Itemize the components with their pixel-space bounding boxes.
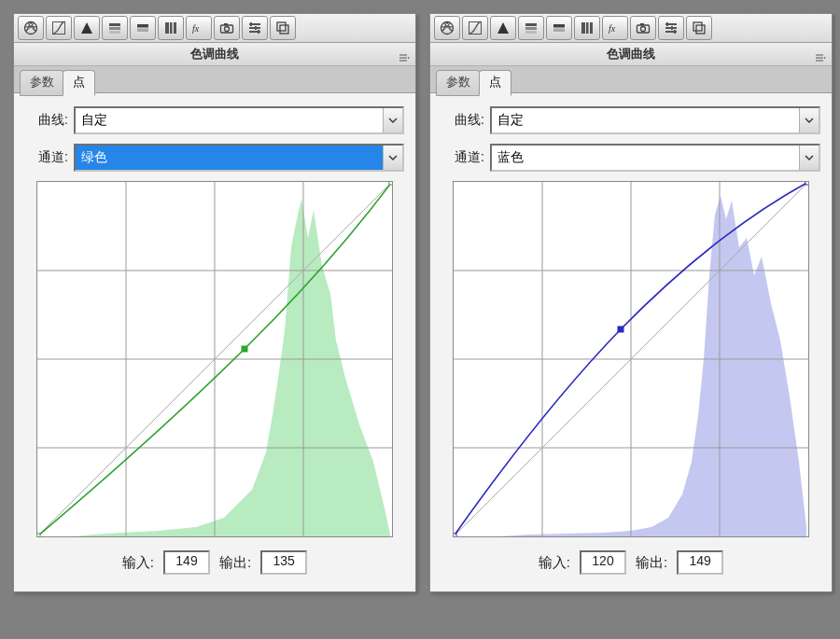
curve-chart-svg: [37, 182, 392, 536]
svg-rect-18: [255, 26, 257, 30]
svg-rect-40: [586, 22, 589, 34]
aperture-tool-icon[interactable]: [18, 16, 44, 40]
svg-rect-4: [109, 31, 120, 34]
panel-title-text: 色调曲线: [607, 47, 655, 61]
panel-body: 曲线: 自定 通道: 蓝色: [430, 93, 832, 591]
svg-text:fx: fx: [609, 23, 616, 34]
tab-parametric[interactable]: 参数: [20, 70, 64, 96]
tab-parametric[interactable]: 参数: [436, 70, 481, 96]
tab-point[interactable]: 点: [63, 70, 95, 96]
snapshots-tool-icon[interactable]: [686, 16, 712, 40]
io-row: 输入: 149 输出: 135: [25, 550, 404, 575]
svg-rect-39: [581, 22, 585, 34]
chevron-down-icon: [383, 108, 402, 132]
io-row: 输入: 120 输出: 149: [441, 550, 820, 575]
curve-dropdown-value: 自定: [81, 112, 107, 129]
svg-rect-30: [389, 182, 392, 185]
svg-rect-2: [109, 23, 120, 26]
svg-rect-29: [37, 534, 40, 536]
svg-rect-49: [666, 22, 668, 26]
camera-cal-tool-icon[interactable]: [214, 16, 240, 40]
output-label: 输出:: [636, 554, 667, 572]
aperture-tool-icon[interactable]: [434, 16, 460, 40]
panel-title-text: 色调曲线: [190, 47, 239, 61]
channel-dropdown[interactable]: 绿色: [74, 144, 404, 172]
svg-rect-35: [525, 27, 537, 30]
svg-rect-63: [618, 326, 624, 333]
svg-rect-53: [696, 25, 705, 34]
channel-label: 通道:: [25, 149, 68, 166]
tone-curve-panel-green: fx 色调曲线 参数 点 曲线: 自定 通道: 绿色: [13, 13, 416, 592]
split-tone-tool-icon[interactable]: [546, 16, 572, 40]
svg-rect-31: [242, 346, 248, 353]
camera-cal-tool-icon[interactable]: [630, 16, 656, 40]
panel-menu-icon[interactable]: [815, 49, 826, 60]
panel-menu-icon[interactable]: [399, 49, 410, 60]
fx-tool-icon[interactable]: fx: [186, 16, 212, 40]
hsl-tool-icon[interactable]: [102, 16, 128, 40]
svg-rect-21: [280, 25, 288, 34]
curve-graph[interactable]: [453, 181, 809, 537]
curve-dropdown[interactable]: 自定: [490, 106, 820, 134]
svg-rect-51: [674, 30, 676, 34]
svg-point-44: [641, 27, 646, 32]
svg-rect-62: [805, 182, 808, 185]
tone-curve-tool-icon[interactable]: [462, 16, 488, 40]
channel-dropdown-value: 绿色: [81, 149, 107, 166]
tab-bar: 参数 点: [14, 66, 415, 93]
tone-curve-tool-icon[interactable]: [46, 16, 72, 40]
panel-title: 色调曲线: [14, 43, 415, 66]
svg-point-32: [441, 22, 454, 35]
curve-dropdown-value: 自定: [497, 112, 524, 129]
channel-dropdown[interactable]: 蓝色: [490, 144, 820, 172]
output-label: 输出:: [219, 554, 251, 572]
detail-tool-icon[interactable]: [490, 16, 516, 40]
svg-rect-9: [174, 22, 176, 34]
svg-rect-38: [553, 29, 565, 33]
curve-dropdown[interactable]: 自定: [74, 106, 404, 134]
tone-curve-panel-blue: fx 色调曲线 参数 点 曲线: 自定 通道: 蓝色: [429, 13, 833, 592]
input-value-box[interactable]: 120: [580, 550, 626, 575]
fx-tool-icon[interactable]: fx: [602, 16, 628, 40]
curve-chart-svg: [454, 182, 808, 536]
svg-text:fx: fx: [192, 23, 200, 34]
svg-rect-8: [170, 22, 173, 34]
icon-toolbar: fx: [14, 14, 415, 43]
svg-rect-52: [693, 22, 702, 31]
svg-rect-19: [258, 30, 259, 34]
svg-point-12: [225, 27, 230, 32]
tab-bar: 参数 点: [430, 66, 832, 93]
svg-rect-13: [224, 23, 228, 25]
input-value-box[interactable]: 149: [163, 550, 210, 575]
input-label: 输入:: [122, 554, 154, 572]
svg-rect-36: [525, 31, 537, 34]
svg-rect-17: [250, 22, 252, 26]
output-value-box[interactable]: 135: [260, 550, 307, 575]
detail-tool-icon[interactable]: [74, 16, 100, 40]
icon-toolbar: fx: [430, 14, 832, 43]
lens-tool-icon[interactable]: [574, 16, 600, 40]
presets-tool-icon[interactable]: [658, 16, 684, 40]
snapshots-tool-icon[interactable]: [270, 16, 296, 40]
chevron-down-icon: [383, 146, 402, 170]
curve-field-row: 曲线: 自定: [441, 106, 820, 134]
svg-rect-3: [109, 27, 120, 30]
svg-rect-7: [165, 22, 169, 34]
channel-field-row: 通道: 绿色: [25, 144, 404, 172]
svg-rect-5: [137, 24, 148, 28]
lens-tool-icon[interactable]: [158, 16, 184, 40]
output-value-box[interactable]: 149: [677, 550, 723, 575]
tab-point[interactable]: 点: [479, 70, 511, 96]
hsl-tool-icon[interactable]: [518, 16, 544, 40]
input-label: 输入:: [539, 554, 570, 572]
panel-body: 曲线: 自定 通道: 绿色: [14, 93, 415, 591]
panel-title: 色调曲线: [430, 43, 832, 66]
presets-tool-icon[interactable]: [242, 16, 268, 40]
split-tone-tool-icon[interactable]: [130, 16, 156, 40]
svg-rect-34: [525, 23, 537, 26]
chevron-down-icon: [799, 146, 819, 170]
svg-rect-6: [137, 29, 148, 33]
channel-dropdown-value: 蓝色: [497, 149, 524, 166]
curve-graph[interactable]: [36, 181, 393, 537]
channel-field-row: 通道: 蓝色: [441, 144, 820, 172]
